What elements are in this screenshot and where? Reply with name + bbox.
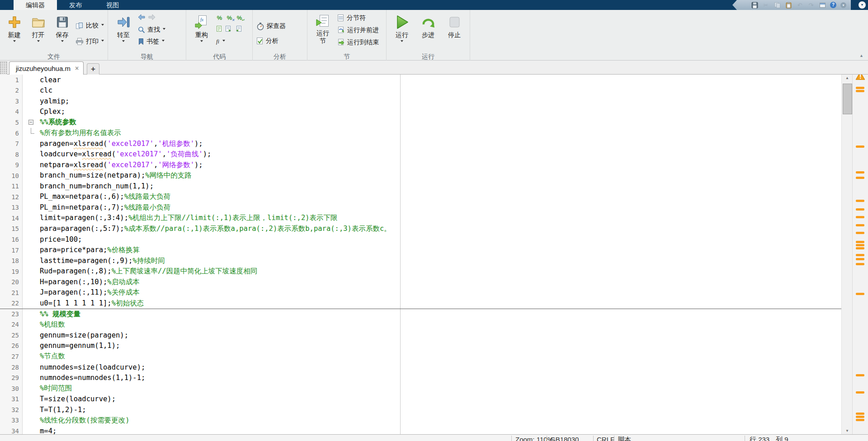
warning-mark[interactable] [856, 391, 864, 394]
code-text[interactable]: T=size(loadcurve); [34, 395, 116, 403]
code-text[interactable]: %时间范围 [34, 384, 72, 393]
code-text[interactable]: branch_num=branch_num(1,1); [34, 182, 154, 190]
code-text[interactable]: clc [34, 86, 52, 94]
code-text[interactable]: branch_num=size(netpara);%网络中的支路 [34, 171, 192, 180]
warning-mark[interactable] [856, 171, 864, 174]
ribbon-options-icon[interactable]: ▼ [859, 1, 866, 9]
step-button[interactable]: 步进 [416, 12, 440, 39]
indent-left-icon[interactable] [235, 25, 242, 34]
minimize-ribbon-icon[interactable]: ▲ [859, 53, 863, 58]
code-text[interactable]: paragen=xlsread('excel2017','机组参数'); [34, 139, 203, 149]
code-text[interactable]: price=100; [34, 235, 82, 244]
code-text[interactable]: loadcurve=xlsread('excel2017','负荷曲线'); [34, 150, 211, 159]
line-number[interactable]: 7 [0, 138, 23, 149]
warning-mark[interactable] [856, 87, 864, 89]
compare-dropdown-icon[interactable] [101, 24, 104, 27]
warning-mark[interactable] [856, 90, 864, 92]
line-number[interactable]: 29 [0, 372, 23, 383]
warning-mark[interactable] [856, 145, 864, 148]
refactor-dropdown-icon[interactable] [200, 40, 203, 43]
line-number[interactable]: 17 [0, 245, 23, 256]
line-number[interactable]: 5 [0, 117, 23, 128]
warning-mark[interactable] [856, 247, 864, 249]
warning-mark[interactable] [856, 374, 864, 376]
run-button[interactable]: 运行 [390, 12, 414, 43]
line-number[interactable]: 1 [0, 75, 23, 85]
code-line[interactable]: 33%线性化分段数(按需要更改) [0, 415, 842, 426]
code-text[interactable]: %%系统参数 [34, 117, 76, 127]
quick-access-dropdown-icon[interactable]: ▼ [840, 2, 846, 8]
open-button[interactable]: 打开 [28, 12, 49, 43]
warning-mark[interactable] [856, 416, 864, 418]
ribbon-tab-publish[interactable]: 发布 [57, 0, 94, 10]
save-button[interactable]: 保存 [52, 12, 73, 43]
vertical-scrollbar[interactable]: ▲ ▼ [841, 75, 853, 435]
code-editor[interactable]: 1clear2clc3yalmip;4Cplex;5−%%系统参数6%所有参数均… [0, 75, 868, 435]
code-line[interactable]: 30%时间范围 [0, 383, 842, 394]
line-number[interactable]: 8 [0, 149, 23, 160]
undo-icon[interactable]: ↶ [796, 1, 803, 9]
line-number[interactable]: 6 [0, 128, 23, 139]
bookmark-dropdown-icon[interactable] [162, 40, 165, 43]
analyze-button[interactable]: 分析 [256, 36, 286, 46]
warning-mark[interactable] [856, 241, 864, 243]
warning-mark[interactable] [856, 216, 864, 218]
code-text[interactable]: numnodes=size(loadcurve); [34, 363, 145, 371]
warning-mark[interactable] [856, 200, 864, 202]
code-text[interactable]: J=paragen(:,11);%关停成本 [34, 288, 140, 297]
run-dropdown-icon[interactable] [401, 40, 403, 43]
line-number[interactable]: 20 [0, 277, 23, 287]
code-line[interactable]: 15para=paragen(:,5:7);%成本系数//para(:,1)表示… [0, 224, 842, 235]
wrap-comments-icon[interactable]: %↵ [236, 14, 243, 21]
line-number[interactable]: 32 [0, 404, 23, 415]
code-line[interactable]: 20H=paragen(:,10);%启动成本 [0, 277, 842, 287]
run-to-end-button[interactable]: 运行到结束 [337, 37, 379, 47]
code-line[interactable]: 4Cplex; [0, 107, 842, 117]
code-line[interactable]: 6%所有参数均用有名值表示 [0, 128, 842, 139]
code-line[interactable]: 14limit=paragen(:,3:4);%机组出力上下限//limit(:… [0, 213, 842, 224]
warning-mark[interactable] [856, 419, 864, 421]
layout-window-icon[interactable] [819, 1, 826, 9]
code-line[interactable]: 16price=100; [0, 234, 842, 245]
line-number[interactable]: 4 [0, 107, 23, 117]
cut-icon[interactable]: ✂ [762, 1, 769, 9]
line-number[interactable]: 16 [0, 234, 23, 245]
line-number[interactable]: 24 [0, 319, 23, 330]
warning-mark[interactable] [856, 232, 864, 234]
goto-button[interactable]: 转至 [112, 12, 135, 43]
line-number[interactable]: 26 [0, 341, 23, 352]
forward-button[interactable] [148, 14, 156, 22]
line-number[interactable]: 23 [0, 309, 23, 319]
code-line[interactable]: 26gennum=gennum(1,1); [0, 341, 842, 352]
line-number[interactable]: 25 [0, 330, 23, 341]
indent-right-icon[interactable] [225, 25, 232, 34]
code-line[interactable]: 25gennum=size(paragen); [0, 330, 842, 341]
code-line[interactable]: 12PL_max=netpara(:,6);%线路最大负荷 [0, 192, 842, 202]
refactor-button[interactable]: fx 重构 [190, 12, 213, 43]
code-text[interactable]: numnodes=numnodes(1,1)-1; [34, 374, 145, 382]
code-text[interactable]: %所有参数均用有名值表示 [34, 128, 121, 138]
ribbon-tab-view[interactable]: 视图 [94, 0, 131, 10]
code-line[interactable]: 18lasttime=paragen(:,9);%持续时间 [0, 255, 842, 266]
code-line[interactable]: 28numnodes=size(loadcurve); [0, 362, 842, 373]
code-line[interactable]: 1clear [0, 75, 842, 85]
code-text[interactable]: lasttime=paragen(:,9);%持续时间 [34, 256, 165, 266]
code-text[interactable]: para=price*para;%价格换算 [34, 245, 140, 255]
run-section-button[interactable]: 运行节 [311, 12, 335, 45]
code-line[interactable]: 22u0=[1 1 1 1 1 1];%初始状态 [0, 298, 842, 309]
uncomment-icon[interactable]: %✕ [226, 14, 233, 21]
code-text[interactable]: Rud=paragen(:,8);%上下爬坡速率//因题中简化上坡下坡速度相同 [34, 267, 257, 276]
code-text[interactable]: T=T(1,2)-1; [34, 406, 86, 414]
line-number[interactable]: 31 [0, 394, 23, 404]
code-text[interactable]: gennum=gennum(1,1); [34, 342, 120, 350]
function-hints-icon[interactable]: fi [216, 38, 219, 45]
warning-mark[interactable] [856, 244, 864, 246]
code-line[interactable]: 32T=T(1,2)-1; [0, 404, 842, 415]
back-button[interactable] [138, 14, 145, 22]
close-tab-icon[interactable]: × [75, 65, 79, 72]
warning-mark[interactable] [856, 263, 864, 265]
line-number[interactable]: 13 [0, 202, 23, 213]
code-text[interactable]: gennum=size(paragen); [34, 331, 128, 339]
new-tab-button[interactable]: + [87, 63, 99, 75]
find-dropdown-icon[interactable] [163, 28, 165, 31]
